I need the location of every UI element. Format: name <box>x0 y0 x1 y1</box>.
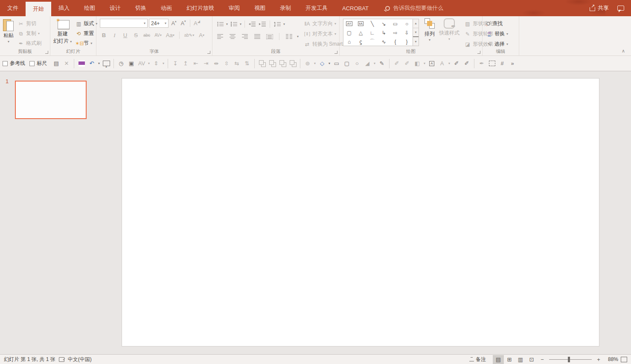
shape-right-brace[interactable]: } <box>401 37 413 46</box>
grow-font-button[interactable]: A▴ <box>170 19 178 28</box>
reading-view-button[interactable]: ▥ <box>515 355 526 364</box>
tab-animations[interactable]: 动画 <box>154 0 179 16</box>
line-spacing-button[interactable] <box>273 20 282 29</box>
undo-button[interactable]: ↶ <box>87 58 97 69</box>
notes-button[interactable]: 备注 <box>469 356 486 363</box>
tab-acrobat[interactable]: ACROBAT <box>335 0 376 16</box>
tab-slideshow[interactable]: 幻灯片放映 <box>179 0 221 16</box>
new-slide-button[interactable]: 新建 幻灯片 ▾ <box>51 17 74 49</box>
shape-scribble[interactable]: ϛ <box>355 37 366 46</box>
align-center-button[interactable] <box>228 32 237 41</box>
shape-line[interactable]: ╲ <box>366 19 378 28</box>
shape-left-brace[interactable]: { <box>390 37 401 46</box>
highlighter-button[interactable]: ✐ <box>462 58 472 69</box>
find-button[interactable]: 查找 <box>486 19 508 28</box>
guides-checkbox[interactable]: 参考线 <box>3 60 25 67</box>
language-indicator[interactable]: 中文(中国) <box>68 356 92 363</box>
crop-button[interactable]: # <box>497 58 507 69</box>
zoom-in-button[interactable]: + <box>596 356 601 363</box>
font-dialog-launcher[interactable] <box>207 51 210 54</box>
comments-icon[interactable] <box>617 6 624 11</box>
font-size-combo[interactable]: 24+▾ <box>149 19 169 28</box>
oval-tool-button[interactable]: ○ <box>352 58 362 69</box>
slide-sorter-view-button[interactable]: ⊞ <box>504 355 515 364</box>
present-online-button[interactable]: ▣ <box>126 58 137 69</box>
shape-right-arrow[interactable]: ⇨ <box>390 28 401 37</box>
change-shape-button[interactable]: ◇ <box>317 58 327 69</box>
share-button[interactable]: 共享 <box>590 4 609 12</box>
tab-file[interactable]: 文件 <box>0 0 26 16</box>
tab-developer[interactable]: 开发工具 <box>298 0 335 16</box>
pen-button[interactable]: ✐ <box>451 58 462 69</box>
tell-me-search[interactable]: 告诉我你想要做什么 <box>385 0 443 16</box>
zoom-slider[interactable] <box>549 359 592 360</box>
zoom-out-button[interactable]: − <box>540 356 545 363</box>
distribute-text-button[interactable] <box>265 32 274 41</box>
tab-record[interactable]: 录制 <box>273 0 298 16</box>
tab-transitions[interactable]: 切换 <box>128 0 154 16</box>
clipboard-dialog-launcher[interactable] <box>45 51 48 54</box>
shape-triangle[interactable]: △ <box>355 28 366 37</box>
change-shape-dropdown[interactable]: ▾ <box>327 58 331 69</box>
justify-button[interactable] <box>253 32 262 41</box>
select-button[interactable]: ↖选择▾ <box>486 40 508 49</box>
paste-dropdown[interactable]: ▾ <box>8 40 9 44</box>
collapse-ribbon-button[interactable]: ∧ <box>622 48 625 54</box>
font-name-combo[interactable]: ▾ <box>100 19 148 28</box>
fit-to-window-button[interactable] <box>621 357 627 362</box>
shape-curve[interactable]: ∿ <box>378 37 390 46</box>
slide-counter[interactable]: 幻灯片 第 1 张, 共 1 张 <box>4 356 55 363</box>
paragraph-dialog-launcher[interactable] <box>334 51 337 54</box>
tab-draw[interactable]: 绘图 <box>77 0 102 16</box>
ruler-checkbox[interactable]: 标尺 <box>29 60 47 67</box>
ink-color-button[interactable]: ✎ <box>377 58 387 69</box>
shape-rectangle[interactable]: ▭ <box>390 19 401 28</box>
undo-dropdown[interactable]: ▾ <box>97 58 101 69</box>
tab-home[interactable]: 开始 <box>26 2 51 16</box>
drawing-dialog-launcher[interactable] <box>477 51 480 54</box>
shrink-font-button[interactable]: A▾ <box>179 19 187 28</box>
shape-text-box[interactable]: A≡ <box>343 19 355 28</box>
spellcheck-icon[interactable] <box>59 357 64 362</box>
shape-rounded-rectangle[interactable]: ▢ <box>343 28 355 37</box>
rounded-rectangle-tool-button[interactable]: ▢ <box>342 58 352 69</box>
shape-down-arrow[interactable]: ⇩ <box>401 28 413 37</box>
zoom-level[interactable]: 88% <box>604 356 618 362</box>
align-right-button[interactable] <box>241 32 249 41</box>
rectangle-tool-button[interactable]: ▭ <box>331 58 342 69</box>
text-box-button[interactable]: A <box>427 58 437 69</box>
shape-freeform[interactable]: ⌂ <box>343 37 355 46</box>
arrange-button[interactable]: 排列 ▾ <box>422 17 437 49</box>
tab-review[interactable]: 审阅 <box>221 0 247 16</box>
rehearse-timings-button[interactable]: ◷ <box>116 58 126 69</box>
numbering-button[interactable] <box>230 20 238 29</box>
increase-indent-button[interactable] <box>258 20 267 29</box>
shape-line-arrow[interactable]: ↘ <box>378 19 390 28</box>
shape-elbow-arrow-connector[interactable]: ↳ <box>378 28 390 37</box>
shape-elbow-connector[interactable]: ∟ <box>366 28 378 37</box>
reset-button[interactable]: ⟲重置 <box>74 29 99 38</box>
slideshow-view-button[interactable]: ⊡ <box>526 355 537 364</box>
save-button[interactable] <box>76 58 87 69</box>
replace-button[interactable]: abac 替换▾ <box>486 29 508 38</box>
shape-oval[interactable]: ○ <box>401 19 413 28</box>
zoom-slider-handle[interactable] <box>568 357 570 362</box>
shape-gallery-scrollbar[interactable]: ▲ ▼ ▼ <box>413 19 419 46</box>
tab-design[interactable]: 设计 <box>102 0 128 16</box>
tab-insert[interactable]: 插入 <box>51 0 77 16</box>
section-button[interactable]: ✶⊟节▾ <box>74 39 99 48</box>
shape-vertical-text-box[interactable]: ‖A <box>355 19 366 28</box>
tab-view[interactable]: 视图 <box>247 0 273 16</box>
slide-thumbnail[interactable] <box>15 81 87 119</box>
slide-editing-area[interactable] <box>122 78 599 347</box>
start-slideshow-button[interactable] <box>101 58 111 69</box>
selection-pane-button[interactable] <box>487 58 497 69</box>
align-left-button[interactable] <box>216 32 224 41</box>
notes-layout-button[interactable]: ▤ <box>51 58 61 69</box>
columns-button[interactable] <box>285 32 293 41</box>
layout-button[interactable]: ▥版式▾ <box>74 19 99 28</box>
paste-button[interactable]: 粘贴 ▾ <box>1 17 16 49</box>
bullets-button[interactable] <box>216 20 224 29</box>
shape-arc[interactable]: ⌒ <box>366 37 378 46</box>
normal-view-button[interactable]: ▤ <box>493 355 504 364</box>
